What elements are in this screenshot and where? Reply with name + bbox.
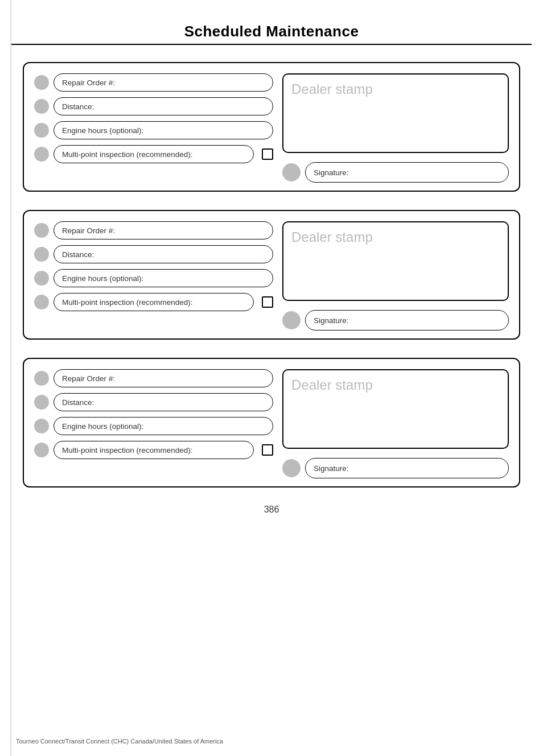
dealer-stamp-box-1: Dealer stamp — [282, 73, 509, 153]
multi-point-field-3[interactable]: Multi-point inspection (recommended): — [54, 441, 254, 459]
engine-hours-field-1[interactable]: Engine hours (optional): — [54, 121, 273, 139]
footer-text: Tourneo Connect/Transit Connect (CHC) Ca… — [16, 738, 223, 745]
multi-point-icon-1 — [34, 147, 49, 162]
engine-hours-row-3: Engine hours (optional): — [34, 417, 273, 435]
signature-icon-2 — [282, 311, 301, 329]
cards-area: Repair Order #: Distance: Engine hours (… — [0, 45, 543, 493]
page-title: Scheduled Maintenance — [0, 0, 543, 44]
multi-point-checkbox-3[interactable] — [262, 444, 273, 456]
maintenance-card-3: Repair Order #: Distance: Engine hours (… — [23, 358, 520, 488]
multi-point-checkbox-2[interactable] — [262, 296, 273, 308]
signature-field-2[interactable]: Signature: — [305, 310, 509, 331]
distance-field-2[interactable]: Distance: — [54, 245, 273, 263]
multi-point-checkbox-1[interactable] — [262, 148, 273, 160]
signature-icon-1 — [282, 163, 301, 181]
distance-row-2: Distance: — [34, 245, 273, 263]
card-left-2: Repair Order #: Distance: Engine hours (… — [34, 221, 273, 331]
dealer-stamp-text-3: Dealer stamp — [291, 377, 373, 393]
distance-field-3[interactable]: Distance: — [54, 393, 273, 411]
distance-row-1: Distance: — [34, 97, 273, 115]
engine-hours-field-2[interactable]: Engine hours (optional): — [54, 269, 273, 287]
engine-hours-icon-3 — [34, 419, 49, 433]
dealer-stamp-box-3: Dealer stamp — [282, 369, 509, 449]
dealer-stamp-box-2: Dealer stamp — [282, 221, 509, 301]
engine-hours-field-3[interactable]: Engine hours (optional): — [54, 417, 273, 435]
multi-point-row-3: Multi-point inspection (recommended): — [34, 441, 273, 459]
signature-field-3[interactable]: Signature: — [305, 458, 509, 478]
page: Scheduled Maintenance Repair Order #: Di… — [0, 0, 543, 756]
engine-hours-row-2: Engine hours (optional): — [34, 269, 273, 287]
repair-order-field-3[interactable]: Repair Order #: — [54, 369, 273, 387]
card-right-2: Dealer stamp Signature: — [282, 221, 509, 331]
repair-order-row-3: Repair Order #: — [34, 369, 273, 387]
signature-row-2: Signature: — [282, 310, 509, 331]
signature-row-3: Signature: — [282, 458, 509, 478]
card-left-3: Repair Order #: Distance: Engine hours (… — [34, 369, 273, 478]
signature-icon-3 — [282, 459, 301, 477]
distance-icon-3 — [34, 395, 49, 410]
engine-hours-icon-1 — [34, 123, 49, 138]
multi-point-field-2[interactable]: Multi-point inspection (recommended): — [54, 293, 254, 311]
multi-point-icon-2 — [34, 295, 49, 309]
repair-order-icon-1 — [34, 75, 49, 90]
maintenance-card-2: Repair Order #: Distance: Engine hours (… — [23, 210, 520, 340]
card-left-1: Repair Order #: Distance: Engine hours (… — [34, 73, 273, 183]
engine-hours-icon-2 — [34, 271, 49, 286]
distance-row-3: Distance: — [34, 393, 273, 411]
repair-order-row-1: Repair Order #: — [34, 73, 273, 92]
signature-row-1: Signature: — [282, 162, 509, 183]
signature-field-1[interactable]: Signature: — [305, 162, 509, 183]
multi-point-row-1: Multi-point inspection (recommended): — [34, 145, 273, 163]
card-right-1: Dealer stamp Signature: — [282, 73, 509, 183]
maintenance-card-1: Repair Order #: Distance: Engine hours (… — [23, 62, 520, 192]
multi-point-icon-3 — [34, 443, 49, 457]
card-right-3: Dealer stamp Signature: — [282, 369, 509, 478]
repair-order-row-2: Repair Order #: — [34, 221, 273, 239]
dealer-stamp-text-2: Dealer stamp — [291, 229, 373, 245]
distance-field-1[interactable]: Distance: — [54, 97, 273, 115]
repair-order-field-2[interactable]: Repair Order #: — [54, 221, 273, 239]
repair-order-icon-2 — [34, 223, 49, 238]
distance-icon-1 — [34, 99, 49, 114]
engine-hours-row-1: Engine hours (optional): — [34, 121, 273, 139]
margin-bar — [10, 0, 11, 756]
distance-icon-2 — [34, 247, 49, 262]
multi-point-row-2: Multi-point inspection (recommended): — [34, 293, 273, 311]
dealer-stamp-text-1: Dealer stamp — [291, 81, 373, 97]
repair-order-field-1[interactable]: Repair Order #: — [54, 73, 273, 92]
repair-order-icon-3 — [34, 371, 49, 386]
page-number: 386 — [0, 505, 543, 515]
multi-point-field-1[interactable]: Multi-point inspection (recommended): — [54, 145, 254, 163]
